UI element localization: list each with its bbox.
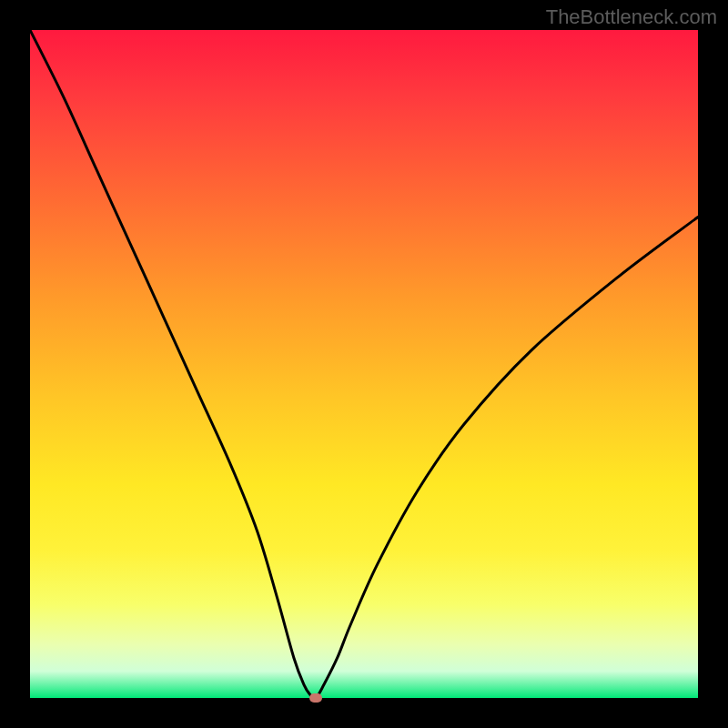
optimal-point-marker — [309, 693, 322, 703]
watermark-text: TheBottleneck.com — [546, 5, 717, 29]
plot-area — [30, 30, 698, 698]
chart-frame: TheBottleneck.com — [0, 0, 728, 728]
bottleneck-curve — [30, 30, 698, 698]
